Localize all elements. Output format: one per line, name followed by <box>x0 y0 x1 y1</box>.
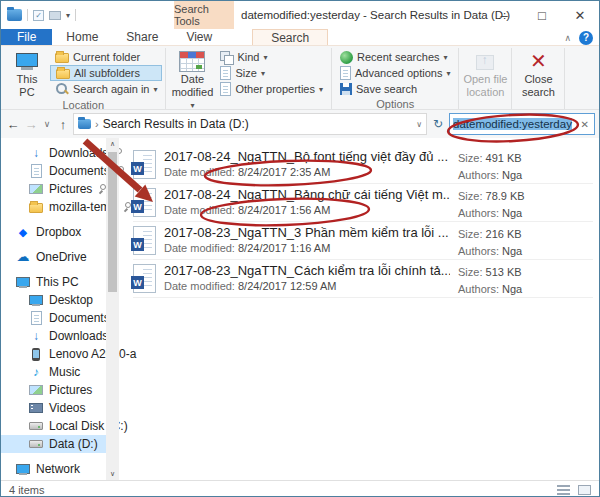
search-input[interactable]: datemodified:yesterday ✕ <box>449 113 595 135</box>
search-again-button[interactable]: Search again in ▾ <box>50 81 162 97</box>
close-search-button[interactable]: ✕ Close search <box>515 48 561 98</box>
properties-icon[interactable]: ✓ <box>33 10 44 21</box>
clear-search-icon[interactable]: ✕ <box>579 119 591 130</box>
items-count: 4 items <box>9 484 44 496</box>
chevron-down-icon: ▾ <box>190 101 194 110</box>
sidebar-item-pictures[interactable]: Pictures <box>1 381 106 399</box>
scroll-down-icon[interactable]: ∨ <box>110 468 115 480</box>
page-icon <box>340 66 351 80</box>
sidebar-item-this-pc[interactable]: This PC <box>1 273 106 291</box>
back-button[interactable]: ← <box>5 117 21 132</box>
other-properties-button[interactable]: Other properties ▾ <box>215 81 328 97</box>
sidebar-item-videos[interactable]: Videos <box>1 399 106 417</box>
collapse-ribbon-icon[interactable]: ∧ <box>564 33 571 43</box>
maximize-button[interactable]: □ <box>523 1 561 29</box>
explorer-icon <box>7 9 22 21</box>
sidebar-item-pictures-quick[interactable]: Pictures <box>1 180 106 198</box>
tab-home[interactable]: Home <box>52 29 112 45</box>
sidebar-item-local-disk-c[interactable]: Local Disk (C:) <box>1 417 106 435</box>
thumbnail-view-icon[interactable] <box>578 485 591 495</box>
chevron-down-icon: ▾ <box>264 53 268 62</box>
sidebar-item-music[interactable]: ♪ Music <box>1 363 106 381</box>
file-row[interactable]: W 2017-08-24_NgaTTN_Bộ font tiếng việt đ… <box>133 146 593 184</box>
new-folder-icon[interactable] <box>49 11 61 20</box>
folder-icon <box>29 203 43 213</box>
minimize-button[interactable]: – <box>485 1 523 29</box>
word-document-icon: W <box>133 264 156 293</box>
sidebar-item-label: Pictures <box>49 383 92 397</box>
sidebar-item-desktop[interactable]: Desktop <box>1 291 106 309</box>
save-search-button[interactable]: Save search <box>335 81 455 97</box>
current-folder-label: Current folder <box>73 51 140 63</box>
open-file-location-button[interactable]: Open file location <box>462 48 508 98</box>
help-icon[interactable]: ? <box>579 31 593 45</box>
scroll-up-icon[interactable]: ∧ <box>110 138 115 150</box>
ribbon: This PC Current folder All subfolders Se… <box>1 46 599 110</box>
scrollbar-thumb[interactable] <box>108 152 117 292</box>
ribbon-group-refine: Date modified ▾ Kind ▾ Size ▾ <box>166 48 332 109</box>
sidebar-scrollbar[interactable]: ∧ ∨ <box>106 138 119 480</box>
date-modified-button[interactable]: Date modified ▾ <box>169 48 215 111</box>
document-icon <box>31 164 42 178</box>
file-name: 2017-08-24_NgaTTN_Bộ font tiếng việt đầy… <box>164 149 450 164</box>
recent-searches-label: Recent searches <box>357 51 440 63</box>
sidebar-item-downloads[interactable]: ↓ Downloads <box>1 327 106 345</box>
sidebar-item-network[interactable]: Network <box>1 460 106 478</box>
date-modified-label-1: Date <box>181 73 204 86</box>
computer-icon <box>16 277 30 288</box>
sidebar-item-downloads-quick[interactable]: ↓ Downloads <box>1 144 106 162</box>
sidebar-item-dropbox[interactable]: ◆ Dropbox <box>1 223 106 241</box>
divider <box>27 9 28 21</box>
refresh-icon[interactable]: ↻ <box>429 117 447 131</box>
all-subfolders-button[interactable]: All subfolders <box>50 65 162 81</box>
size-button[interactable]: Size ▾ <box>215 65 328 81</box>
recent-searches-button[interactable]: Recent searches ▾ <box>335 49 455 65</box>
sidebar-item-label: Network <box>36 462 80 476</box>
file-row[interactable]: W 2017-08-23_NgaTTN_3 Phần mềm kiểm tra … <box>133 222 593 260</box>
file-row[interactable]: W 2017-08-23_NgaTTN_Cách kiểm tra lỗi ch… <box>133 260 593 298</box>
file-name: 2017-08-23_NgaTTN_Cách kiểm tra lỗi chín… <box>164 263 450 278</box>
close-button[interactable]: ✕ <box>561 1 599 29</box>
tab-file[interactable]: File <box>1 29 52 45</box>
all-subfolders-label: All subfolders <box>74 67 140 79</box>
size-label: Size <box>235 67 256 79</box>
download-icon: ↓ <box>28 146 44 160</box>
address-bar: ← → ∨ ↑ › Search Results in Data (D:) ∨ … <box>1 110 599 138</box>
up-button[interactable]: ↑ <box>55 117 71 132</box>
advanced-options-button[interactable]: Advanced options ▾ <box>335 65 455 81</box>
search-again-label: Search again in <box>73 83 149 95</box>
forward-button[interactable]: → <box>23 117 39 132</box>
ribbon-group-close: ✕ Close search <box>512 48 565 109</box>
chevron-down-icon[interactable]: ∨ <box>416 120 422 129</box>
sidebar-item-mozilla-temp[interactable]: mozilla-temp <box>1 198 106 216</box>
tab-share[interactable]: Share <box>112 29 172 45</box>
sidebar-item-onedrive[interactable]: ☁ OneDrive <box>1 248 106 266</box>
file-meta: Size: 216 KB Authors: Nga <box>458 225 593 259</box>
kind-button[interactable]: Kind ▾ <box>215 49 328 65</box>
file-date: Date modified: 8/24/2017 12:59 AM <box>164 280 450 292</box>
sidebar-item-label: Documents <box>49 164 110 178</box>
sidebar-item-documents-quick[interactable]: Documents <box>1 162 106 180</box>
sidebar-item-lenovo[interactable]: Lenovo A2010-a <box>1 345 106 363</box>
recent-searches-icon <box>340 51 353 64</box>
recent-locations-icon[interactable]: ∨ <box>41 119 53 129</box>
floppy-icon <box>340 83 352 95</box>
open-file-location-label-2: location <box>466 86 504 99</box>
sidebar-item-label: Dropbox <box>36 225 81 239</box>
details-view-icon[interactable] <box>557 485 570 495</box>
cloud-icon: ☁ <box>15 251 31 263</box>
chevron-down-icon: ▾ <box>153 85 157 94</box>
file-row[interactable]: W 2017-08-24_NgaTTN_Bảng chữ cái tiếng V… <box>133 184 593 222</box>
sidebar-item-label: Lenovo A2010-a <box>49 347 136 361</box>
current-folder-button[interactable]: Current folder <box>50 49 162 65</box>
sidebar-item-documents[interactable]: Documents <box>1 309 106 327</box>
video-icon <box>29 403 43 413</box>
file-meta: Size: 78.9 KB Authors: Nga <box>458 187 593 221</box>
word-document-icon: W <box>133 188 156 217</box>
tab-search[interactable]: Search <box>252 29 328 45</box>
customize-toolbar-icon[interactable]: ▾ <box>66 11 70 20</box>
breadcrumb[interactable]: › Search Results in Data (D:) ∨ <box>73 113 427 135</box>
tab-view[interactable]: View <box>172 29 226 45</box>
sidebar-item-data-d[interactable]: Data (D:) <box>1 435 106 453</box>
this-pc-button[interactable]: This PC <box>4 48 50 98</box>
